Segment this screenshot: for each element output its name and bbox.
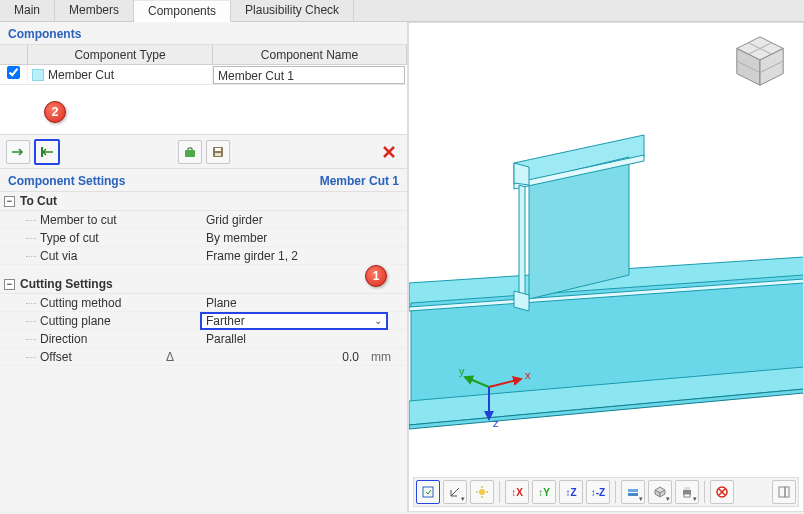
cutting-plane-combo[interactable]: Farther ⌄ — [200, 312, 388, 330]
row-member-to-cut[interactable]: Member to cut Grid girder — [0, 211, 407, 229]
vp-close-button[interactable] — [710, 480, 734, 504]
row-label: Cutting method — [0, 296, 200, 310]
svg-marker-14 — [514, 163, 529, 185]
tab-bar: Main Members Components Plausibility Che… — [0, 0, 804, 22]
settings-context: Member Cut 1 — [320, 174, 399, 188]
row-unit: mm — [367, 350, 407, 364]
vp-expand-button[interactable] — [416, 480, 440, 504]
row-checkbox[interactable] — [0, 65, 28, 85]
row-offset[interactable]: Offset Δ 0.0 mm — [0, 348, 407, 366]
svg-marker-16 — [514, 291, 529, 311]
row-value: Parallel — [200, 332, 407, 346]
components-header: Components — [0, 22, 407, 45]
vp-print-button[interactable]: ▾ — [675, 480, 699, 504]
col-check — [0, 45, 28, 64]
nav-cube[interactable] — [731, 33, 789, 91]
svg-rect-42 — [684, 487, 690, 490]
components-title: Components — [8, 27, 81, 41]
row-value[interactable]: 0.0 — [180, 350, 367, 364]
vp-shade-button[interactable]: ▾ — [621, 480, 645, 504]
svg-rect-37 — [628, 493, 638, 496]
group-label: Cutting Settings — [20, 277, 113, 291]
viewport-toolbar: ▾ ↕X ↕Y ↕Z ↕-Z ▾ ▾ ▾ — [413, 477, 799, 507]
col-type: Component Type — [28, 45, 213, 64]
vp-sun-button[interactable] — [470, 480, 494, 504]
row-cutting-method[interactable]: Cutting method Plane — [0, 294, 407, 312]
row-value: Grid girder — [200, 213, 407, 227]
group-to-cut[interactable]: − To Cut — [0, 192, 407, 211]
collapse-icon[interactable]: − — [4, 279, 15, 290]
row-label: Offset — [0, 350, 160, 364]
vp-detach-button[interactable] — [772, 480, 796, 504]
tab-main[interactable]: Main — [0, 0, 55, 21]
components-grid-header: Component Type Component Name — [0, 45, 407, 65]
svg-rect-36 — [628, 489, 638, 492]
collapse-icon[interactable]: − — [4, 196, 15, 207]
table-row[interactable]: Member Cut Member Cut 1 — [0, 65, 407, 85]
vp-view-y-button[interactable]: ↕Y — [532, 480, 556, 504]
row-cut-via[interactable]: Cut via Frame girder 1, 2 — [0, 247, 407, 265]
svg-rect-1 — [185, 150, 195, 157]
row-type-of-cut[interactable]: Type of cut By member — [0, 229, 407, 247]
row-label: Cut via — [0, 249, 200, 263]
components-toolbar: 2 — [0, 135, 407, 169]
combo-value: Farther — [206, 314, 245, 328]
components-grid-body: Member Cut Member Cut 1 — [0, 65, 407, 135]
svg-rect-0 — [41, 147, 43, 157]
group-label: To Cut — [20, 194, 57, 208]
svg-line-24 — [489, 379, 521, 387]
col-name: Component Name — [213, 45, 407, 64]
row-cutting-plane[interactable]: Cutting plane Farther ⌄ — [0, 312, 407, 330]
vp-view-neg-z-button[interactable]: ↕-Z — [586, 480, 610, 504]
callout-badge-2: 2 — [44, 101, 66, 123]
row-label: Cutting plane — [0, 314, 200, 328]
row-label: Direction — [0, 332, 200, 346]
svg-rect-45 — [779, 487, 785, 497]
svg-text:x: x — [525, 369, 531, 381]
left-panel: Components Component Type Component Name… — [0, 22, 408, 512]
row-delta: Δ — [160, 350, 180, 364]
svg-rect-43 — [684, 494, 690, 497]
vp-axis-button[interactable]: ▾ — [443, 480, 467, 504]
insert-button[interactable] — [34, 139, 60, 165]
row-label: Member to cut — [0, 213, 200, 227]
row-name-input[interactable]: Member Cut 1 — [213, 66, 405, 84]
vp-view-z-button[interactable]: ↕Z — [559, 480, 583, 504]
row-direction[interactable]: Direction Parallel — [0, 330, 407, 348]
type-swatch-icon — [32, 69, 44, 81]
tab-plausibility[interactable]: Plausibility Check — [231, 0, 354, 21]
vp-cube-button[interactable]: ▾ — [648, 480, 672, 504]
row-label: Type of cut — [0, 231, 200, 245]
svg-point-31 — [479, 489, 485, 495]
settings-header: Component Settings Member Cut 1 — [0, 169, 407, 192]
row-value-wrap: Farther ⌄ — [200, 312, 407, 330]
svg-text:z: z — [493, 417, 499, 429]
save-button[interactable] — [206, 140, 230, 164]
row-value: Plane — [200, 296, 407, 310]
viewport-3d[interactable]: x y z — [409, 23, 803, 477]
settings-tree: − To Cut Member to cut Grid girder Type … — [0, 192, 407, 366]
callout-badge-1: 1 — [365, 265, 387, 287]
row-value: By member — [200, 231, 407, 245]
vp-view-x-button[interactable]: ↕X — [505, 480, 529, 504]
svg-rect-4 — [215, 153, 221, 156]
right-panel: x y z ▾ ↕X ↕Y ↕Z ↕-Z ▾ — [408, 22, 804, 512]
library-button[interactable] — [178, 140, 202, 164]
row-type[interactable]: Member Cut — [28, 65, 213, 85]
svg-marker-15 — [519, 185, 525, 295]
row-value: Frame girder 1, 2 — [200, 249, 407, 263]
svg-rect-3 — [215, 148, 221, 151]
tab-members[interactable]: Members — [55, 0, 134, 21]
svg-line-25 — [465, 377, 489, 387]
axis-gizmo[interactable]: x y z — [459, 357, 539, 437]
tab-components[interactable]: Components — [134, 1, 231, 22]
chevron-down-icon: ⌄ — [374, 315, 382, 326]
svg-text:y: y — [459, 365, 465, 377]
add-button[interactable] — [6, 140, 30, 164]
row-type-label: Member Cut — [48, 65, 114, 85]
svg-rect-46 — [785, 487, 789, 497]
delete-button[interactable] — [377, 140, 401, 164]
group-cutting-settings[interactable]: − Cutting Settings 1 — [0, 275, 407, 294]
svg-rect-30 — [423, 487, 433, 497]
settings-title: Component Settings — [8, 174, 125, 188]
